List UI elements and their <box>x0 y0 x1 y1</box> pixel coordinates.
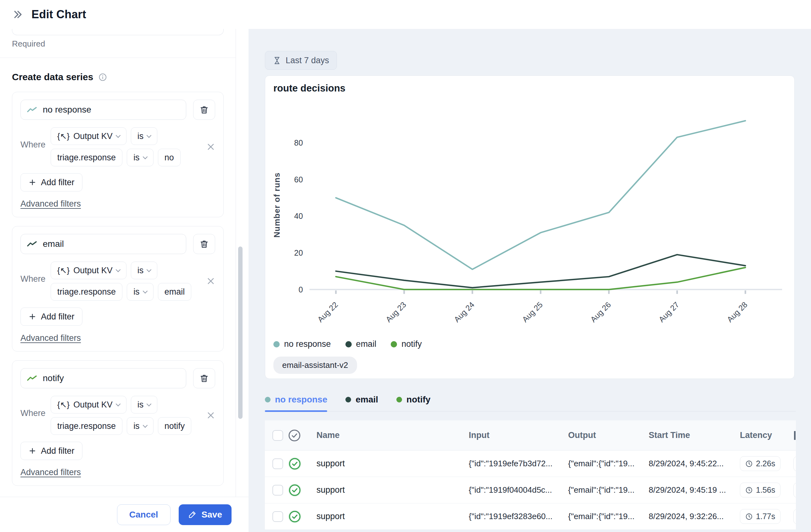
legend-item[interactable]: no response <box>273 339 331 349</box>
filter-operator-dropdown[interactable]: is <box>131 262 158 279</box>
row-checkbox[interactable] <box>272 458 283 469</box>
clock-icon <box>745 513 753 520</box>
remove-filter-icon[interactable] <box>206 411 215 420</box>
filter-operator-dropdown[interactable]: is <box>131 127 158 145</box>
add-filter-button[interactable]: Add filter <box>20 308 82 326</box>
table-header-row: Name Input Output Start Time Latency <box>265 420 796 451</box>
save-button[interactable]: Save <box>179 504 231 525</box>
chart-preview-panel: Last 7 days route decisions 020406080Num… <box>248 29 811 532</box>
project-tag-chip[interactable]: email-assistant-v2 <box>273 357 357 374</box>
delete-series-button[interactable] <box>193 100 215 120</box>
run-input: {"id":"1919f04004d5c... <box>469 485 568 495</box>
series-name-input[interactable]: email <box>20 234 186 254</box>
collapse-panel-icon[interactable] <box>13 9 23 20</box>
where-label: Where <box>20 127 51 166</box>
row-checkbox[interactable] <box>272 511 283 522</box>
run-input: {"id":"1919efe7b3d72... <box>469 459 568 469</box>
tab-dot <box>265 397 271 403</box>
where-label: Where <box>20 396 51 435</box>
legend-item[interactable]: notify <box>391 339 422 349</box>
kv-icon: {↖} <box>57 400 70 410</box>
chevron-down-icon <box>116 267 121 272</box>
cancel-button[interactable]: Cancel <box>117 504 170 525</box>
kv-icon: {↖} <box>57 266 70 276</box>
series-name-value: no response <box>43 105 91 115</box>
latency-badge: 1.56s <box>740 483 780 497</box>
metric-input-truncated[interactable] <box>12 29 224 35</box>
svg-text:0: 0 <box>299 285 303 294</box>
column-header-start-time: Start Time <box>649 431 740 440</box>
legend-item[interactable]: email <box>346 339 377 349</box>
line-series-icon <box>27 107 37 113</box>
series-name-value: notify <box>43 373 64 383</box>
filter-value-input[interactable]: no <box>158 149 181 166</box>
filter-field-dropdown[interactable]: {↖} Output KV <box>51 262 126 279</box>
chevron-down-icon <box>116 133 121 138</box>
svg-text:Aug 26: Aug 26 <box>588 300 612 324</box>
filter-key-value: triage.response <box>57 153 116 162</box>
clipped-column-header <box>794 431 796 440</box>
tab-no-response[interactable]: no response <box>265 395 327 411</box>
sidebar-scrollbar-thumb[interactable] <box>238 247 243 419</box>
info-icon[interactable] <box>98 73 107 81</box>
advanced-filters-link[interactable]: Advanced filters <box>20 468 81 477</box>
table-row[interactable]: support {"id":"1919f04004d5c... {"email"… <box>265 477 796 503</box>
row-checkbox[interactable] <box>272 485 283 496</box>
filter-field-dropdown[interactable]: {↖} Output KV <box>51 396 126 413</box>
svg-text:Aug 24: Aug 24 <box>452 300 476 324</box>
filter-key-operator-dropdown[interactable]: is <box>127 417 154 435</box>
series-name-input[interactable]: no response <box>20 100 186 120</box>
filter-key-input[interactable]: triage.response <box>51 149 122 166</box>
filter-key-input[interactable]: triage.response <box>51 283 122 301</box>
chevron-down-icon <box>116 401 121 406</box>
filter-operator-dropdown[interactable]: is <box>131 396 158 413</box>
select-all-checkbox[interactable] <box>272 430 283 441</box>
line-chart: 020406080Number of runsAug 22Aug 23Aug 2… <box>265 95 794 334</box>
run-start-time: 8/29/2024, 9:45:22... <box>649 459 740 469</box>
delete-series-button[interactable] <box>193 234 215 254</box>
series-name-input[interactable]: notify <box>20 368 186 388</box>
filter-key-operator-dropdown[interactable]: is <box>127 149 154 166</box>
svg-text:Number of runs: Number of runs <box>272 172 281 237</box>
filter-field-dropdown[interactable]: {↖} Output KV <box>51 127 126 145</box>
section-title: Create data series <box>12 72 93 82</box>
required-hint: Required <box>12 39 224 49</box>
filter-key-operator-dropdown[interactable]: is <box>127 283 154 301</box>
success-status-icon <box>288 510 317 524</box>
series-card-no-response: no response Where {↖} Output KV <box>12 92 224 217</box>
status-column-icon <box>288 428 317 442</box>
advanced-filters-link[interactable]: Advanced filters <box>20 333 81 343</box>
column-header-input: Input <box>469 431 568 440</box>
sidebar-footer: Cancel Save <box>0 497 248 532</box>
remove-filter-icon[interactable] <box>206 277 215 285</box>
chart-config-sidebar: Required Create data series no response <box>0 29 236 497</box>
run-name: support <box>317 485 469 495</box>
latency-badge: 1.77s <box>740 509 780 524</box>
add-filter-button[interactable]: Add filter <box>20 442 82 460</box>
column-header-latency: Latency <box>740 431 793 440</box>
svg-text:20: 20 <box>294 248 303 257</box>
trash-icon <box>199 374 209 383</box>
time-range-chip[interactable]: Last 7 days <box>265 51 337 70</box>
tab-email[interactable]: email <box>346 395 378 411</box>
filter-key-input[interactable]: triage.response <box>51 417 122 435</box>
table-row[interactable]: support {"id":"1919ef3283e60... {"email"… <box>265 503 796 530</box>
advanced-filters-link[interactable]: Advanced filters <box>20 199 81 209</box>
legend-dot <box>346 341 352 347</box>
pencil-icon <box>188 510 197 519</box>
table-row[interactable]: support {"id":"1919efe7b3d72... {"email"… <box>265 451 796 477</box>
svg-text:Aug 27: Aug 27 <box>657 300 681 324</box>
where-label: Where <box>20 262 51 301</box>
delete-series-button[interactable] <box>193 368 215 388</box>
filter-value-input[interactable]: email <box>158 283 192 301</box>
filter-value-input[interactable]: notify <box>158 417 192 435</box>
sidebar-scrollbar-track[interactable] <box>236 29 248 497</box>
filter-operator-value: is <box>137 131 144 141</box>
add-filter-button[interactable]: Add filter <box>20 173 82 191</box>
run-input: {"id":"1919ef3283e60... <box>469 512 568 521</box>
clipped-badge <box>793 509 796 524</box>
tab-dot <box>396 397 402 403</box>
run-output: {"email":{"id":"19... <box>568 485 649 495</box>
remove-filter-icon[interactable] <box>206 142 215 151</box>
tab-notify[interactable]: notify <box>396 395 430 411</box>
